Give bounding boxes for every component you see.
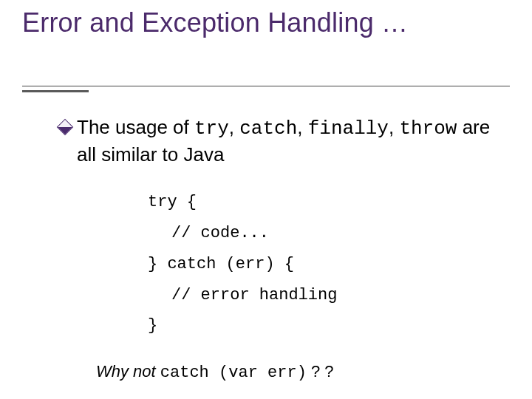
bullet-text: The usage of try, catch, finally, throw …	[77, 115, 495, 168]
slide-title: Error and Exception Handling …	[22, 7, 510, 38]
code-line: }	[148, 310, 495, 341]
diamond-bullet-icon	[57, 119, 74, 136]
footnote-tail: ? ?	[307, 362, 334, 381]
keyword-catch: catch	[239, 117, 297, 140]
text-fragment: ,	[229, 116, 239, 138]
footnote: Why not catch (var err) ? ?	[96, 362, 334, 382]
code-line: } catch (err) {	[148, 249, 495, 280]
keyword-finally: finally	[308, 117, 389, 140]
text-fragment: ,	[389, 116, 399, 138]
keyword-try: try	[194, 117, 229, 140]
code-line: // code...	[148, 218, 495, 249]
slide: Error and Exception Handling … The usage…	[0, 0, 532, 399]
text-fragment: ,	[297, 116, 307, 138]
keyword-throw: throw	[399, 117, 457, 140]
footnote-code: catch (var err)	[160, 364, 307, 382]
text-fragment: The usage of	[77, 116, 194, 138]
body: The usage of try, catch, finally, throw …	[59, 115, 495, 341]
bullet-item: The usage of try, catch, finally, throw …	[59, 115, 495, 168]
rule-thin	[22, 86, 510, 86]
code-line: // error handling	[148, 280, 495, 311]
title-rules	[22, 81, 510, 103]
title-block: Error and Exception Handling …	[22, 7, 510, 38]
rule-short	[22, 90, 89, 92]
code-block: try { // code... } catch (err) { // erro…	[148, 187, 495, 341]
code-line: try {	[148, 187, 495, 218]
footnote-lead: Why not	[96, 362, 160, 381]
